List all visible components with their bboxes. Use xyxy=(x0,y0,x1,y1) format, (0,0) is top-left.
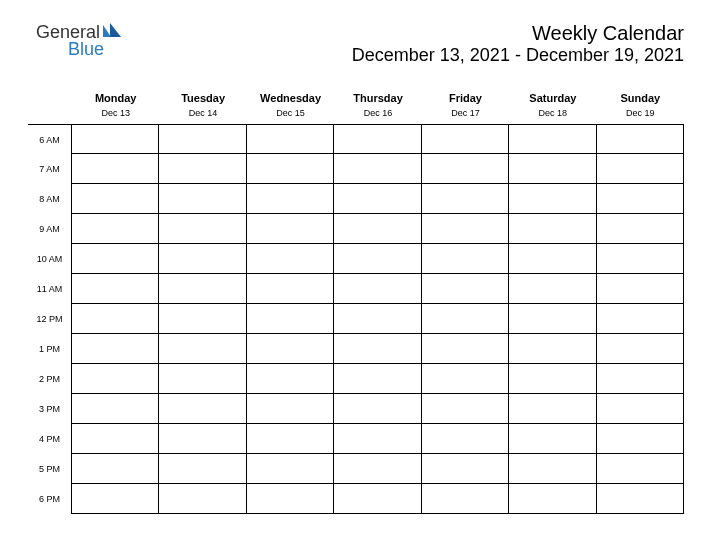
day-name: Tuesday xyxy=(161,92,244,104)
calendar-slot xyxy=(597,454,684,484)
calendar-slot xyxy=(334,154,421,184)
calendar-slot xyxy=(159,304,246,334)
time-label: 8 AM xyxy=(28,184,72,214)
time-label: 7 AM xyxy=(28,154,72,184)
calendar-slot xyxy=(334,244,421,274)
calendar-slot xyxy=(334,124,421,154)
calendar-slot xyxy=(334,214,421,244)
header: General Blue Weekly Calendar December 13… xyxy=(28,22,684,66)
calendar-grid: MondayDec 13TuesdayDec 14WednesdayDec 15… xyxy=(28,84,684,514)
calendar-slot xyxy=(247,274,334,304)
calendar-slot xyxy=(72,454,159,484)
calendar-slot xyxy=(422,184,509,214)
calendar-slot xyxy=(334,274,421,304)
calendar-slot xyxy=(334,184,421,214)
day-date: Dec 17 xyxy=(424,108,507,118)
calendar-slot xyxy=(72,184,159,214)
calendar-slot xyxy=(509,424,596,454)
day-name: Thursday xyxy=(336,92,419,104)
calendar-slot xyxy=(422,484,509,514)
calendar-slot xyxy=(422,214,509,244)
calendar-slot xyxy=(422,154,509,184)
calendar-slot xyxy=(72,154,159,184)
calendar-slot xyxy=(159,364,246,394)
calendar-slot xyxy=(247,124,334,154)
calendar-slot xyxy=(509,124,596,154)
calendar-slot xyxy=(509,454,596,484)
time-label: 6 AM xyxy=(28,124,72,154)
calendar-slot xyxy=(247,184,334,214)
calendar-slot xyxy=(509,184,596,214)
calendar-slot xyxy=(597,214,684,244)
day-date: Dec 19 xyxy=(599,108,682,118)
calendar-slot xyxy=(72,274,159,304)
page-title: Weekly Calendar xyxy=(352,22,684,45)
calendar-slot xyxy=(247,394,334,424)
calendar-slot xyxy=(159,424,246,454)
time-label: 9 AM xyxy=(28,214,72,244)
calendar-slot xyxy=(159,154,246,184)
calendar-slot xyxy=(597,484,684,514)
day-date: Dec 13 xyxy=(74,108,157,118)
calendar-slot xyxy=(597,304,684,334)
calendar-slot xyxy=(247,484,334,514)
calendar-slot xyxy=(72,484,159,514)
calendar-slot xyxy=(159,394,246,424)
calendar-slot xyxy=(247,244,334,274)
calendar-slot xyxy=(334,424,421,454)
day-header: TuesdayDec 14 xyxy=(159,84,246,124)
time-label: 11 AM xyxy=(28,274,72,304)
calendar-slot xyxy=(72,124,159,154)
calendar-slot xyxy=(509,484,596,514)
calendar-slot xyxy=(597,334,684,364)
calendar-slot xyxy=(334,304,421,334)
calendar-slot xyxy=(422,274,509,304)
calendar-slot xyxy=(509,214,596,244)
calendar-slot xyxy=(597,124,684,154)
calendar-slot xyxy=(509,274,596,304)
calendar-slot xyxy=(247,154,334,184)
calendar-slot xyxy=(597,274,684,304)
calendar-slot xyxy=(597,424,684,454)
calendar-slot xyxy=(247,304,334,334)
calendar-slot xyxy=(159,184,246,214)
calendar-slot xyxy=(597,184,684,214)
day-name: Wednesday xyxy=(249,92,332,104)
calendar-slot xyxy=(247,364,334,394)
calendar-slot xyxy=(72,394,159,424)
day-date: Dec 14 xyxy=(161,108,244,118)
calendar-slot xyxy=(597,154,684,184)
logo-text-blue: Blue xyxy=(68,39,104,60)
time-label: 3 PM xyxy=(28,394,72,424)
calendar-slot xyxy=(247,454,334,484)
time-label: 6 PM xyxy=(28,484,72,514)
day-header: ThursdayDec 16 xyxy=(334,84,421,124)
day-date: Dec 15 xyxy=(249,108,332,118)
calendar-slot xyxy=(159,124,246,154)
day-name: Saturday xyxy=(511,92,594,104)
calendar-slot xyxy=(509,334,596,364)
calendar-slot xyxy=(422,394,509,424)
day-date: Dec 16 xyxy=(336,108,419,118)
date-range: December 13, 2021 - December 19, 2021 xyxy=(352,45,684,66)
calendar-slot xyxy=(509,244,596,274)
day-header: WednesdayDec 15 xyxy=(247,84,334,124)
day-date: Dec 18 xyxy=(511,108,594,118)
calendar-slot xyxy=(334,394,421,424)
day-header: SaturdayDec 18 xyxy=(509,84,596,124)
time-column-header xyxy=(28,84,72,124)
time-label: 2 PM xyxy=(28,364,72,394)
calendar-slot xyxy=(159,214,246,244)
calendar-slot xyxy=(509,364,596,394)
calendar-slot xyxy=(422,304,509,334)
calendar-slot xyxy=(509,154,596,184)
day-name: Monday xyxy=(74,92,157,104)
calendar-slot xyxy=(597,364,684,394)
day-header: MondayDec 13 xyxy=(72,84,159,124)
day-name: Friday xyxy=(424,92,507,104)
calendar-slot xyxy=(72,304,159,334)
calendar-slot xyxy=(72,214,159,244)
day-header: FridayDec 17 xyxy=(422,84,509,124)
calendar-slot xyxy=(159,274,246,304)
calendar-slot xyxy=(159,484,246,514)
